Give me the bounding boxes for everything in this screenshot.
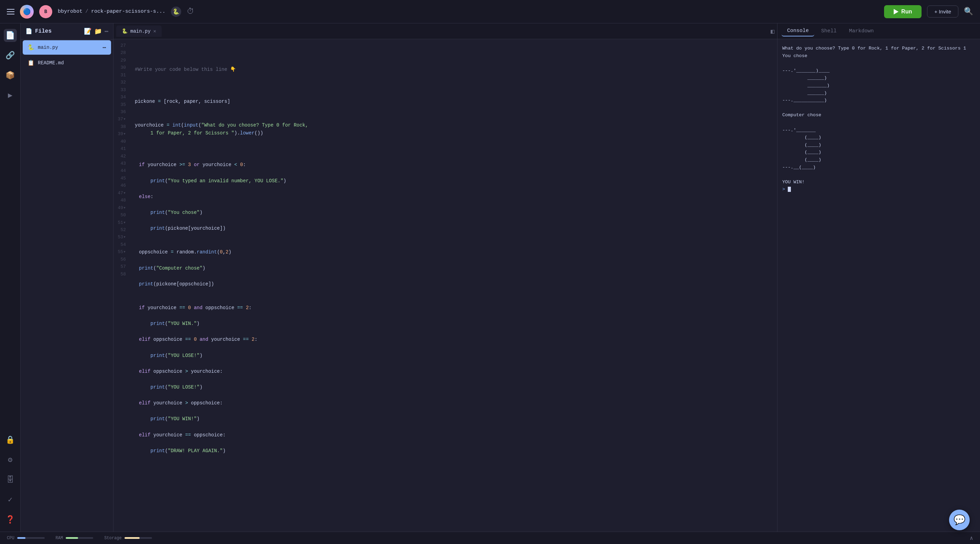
console-cursor (788, 187, 791, 192)
sidebar-item-files[interactable]: 📄 (4, 29, 17, 42)
files-title: Files (35, 28, 52, 34)
line-numbers: 27 28 29 30 31 32 33 34 35 36 37▾ 38 39▾… (113, 39, 130, 531)
new-folder-icon[interactable]: 📁 (94, 27, 102, 35)
file-item-readme[interactable]: 📋 README.md (23, 56, 111, 70)
editor-body[interactable]: 27 28 29 30 31 32 33 34 35 36 37▾ 38 39▾… (113, 39, 777, 531)
files-header-actions: 📝 📁 ⋯ (84, 27, 108, 35)
play-icon (894, 9, 899, 14)
files-icon: 📄 (25, 28, 32, 35)
sidebar-item-packages[interactable]: 📦 (4, 69, 17, 82)
run-button[interactable]: Run (884, 5, 921, 18)
console-panel: Console Shell Markdown What do you choos… (777, 23, 980, 531)
console-prompt: > (782, 187, 788, 192)
console-tabs: Console Shell Markdown (778, 23, 980, 39)
more-options-icon[interactable]: ⋯ (105, 27, 108, 35)
chat-bubble[interactable]: 💬 (949, 510, 970, 530)
files-panel: 📄 Files 📝 📁 ⋯ 🐍 main.py ⋯ 📋 README.md (21, 23, 113, 531)
file-name-readme: README.md (38, 60, 64, 66)
console-body[interactable]: What do you choose? Type 0 for Rock, 1 f… (778, 39, 980, 531)
storage-bar (124, 537, 152, 539)
replit-logo: 🔵 (20, 5, 34, 19)
hamburger-menu[interactable] (7, 9, 14, 14)
ram-bar (66, 537, 93, 539)
chat-icon: 💬 (953, 514, 966, 526)
sidebar-item-tools[interactable]: ▶ (4, 89, 17, 102)
python-badge: 🐍 (171, 6, 181, 17)
ram-label: RAM (56, 536, 63, 541)
file-name-main-py: main.py (38, 45, 58, 50)
search-icon[interactable]: 🔍 (964, 7, 973, 16)
md-file-icon: 📋 (27, 59, 34, 66)
cpu-label: CPU (7, 536, 14, 541)
history-button[interactable]: ⏱ (187, 7, 194, 16)
invite-button[interactable]: + Invite (927, 5, 958, 17)
tab-console[interactable]: Console (781, 26, 814, 37)
run-label: Run (901, 9, 912, 15)
storage-label: Storage (104, 536, 121, 541)
cpu-bar (17, 537, 45, 539)
user-avatar[interactable]: B (39, 5, 52, 18)
code-editor[interactable]: #Write your code below this line 👇 picko… (130, 39, 777, 531)
storage-fill (124, 537, 140, 539)
sidebar-item-help[interactable]: ❓ (4, 513, 17, 526)
files-header: 📄 Files 📝 📁 ⋯ (21, 23, 113, 40)
editor-collapse-icon[interactable]: ◧ (771, 27, 774, 35)
sidebar-item-database[interactable]: 🗄 (4, 473, 17, 486)
file-item-actions[interactable]: ⋯ (102, 44, 106, 51)
invite-label: + Invite (934, 9, 951, 14)
cpu-fill (17, 537, 25, 539)
new-file-icon[interactable]: 📝 (84, 27, 91, 35)
bottom-bar: CPU RAM Storage ∧ (0, 531, 980, 544)
breadcrumb-project[interactable]: rock-paper-scissors-s... (91, 9, 165, 14)
main-layout: 📄 🔗 📦 ▶ 🔒 ⚙ 🗄 ✓ ❓ 📄 Files 📝 📁 ⋯ 🐍 main.p… (0, 23, 980, 531)
ram-resource: RAM (56, 536, 94, 541)
storage-resource: Storage (104, 536, 152, 541)
sidebar-item-git[interactable]: ✓ (4, 493, 17, 506)
tab-close-icon[interactable]: ✕ (153, 28, 156, 34)
tab-markdown[interactable]: Markdown (843, 26, 879, 36)
python-file-icon: 🐍 (27, 44, 34, 51)
editor-tabs: 🐍 main.py ✕ ◧ (113, 23, 777, 39)
tab-shell[interactable]: Shell (816, 26, 842, 36)
tab-file-name: main.py (130, 29, 151, 34)
editor-tab-main-py[interactable]: 🐍 main.py ✕ (116, 25, 162, 37)
icon-sidebar: 📄 🔗 📦 ▶ 🔒 ⚙ 🗄 ✓ ❓ (0, 23, 21, 531)
breadcrumb-user[interactable]: bbyrobot (58, 9, 83, 14)
sidebar-item-share[interactable]: 🔗 (4, 49, 17, 62)
bottom-chevron-icon[interactable]: ∧ (970, 535, 973, 542)
tab-file-icon: 🐍 (122, 28, 127, 34)
cpu-resource: CPU (7, 536, 45, 541)
sidebar-item-settings[interactable]: ⚙ (4, 453, 17, 466)
sidebar-item-secrets[interactable]: 🔒 (4, 433, 17, 446)
file-item-main-py[interactable]: 🐍 main.py ⋯ (23, 40, 111, 55)
ram-fill (66, 537, 78, 539)
top-navbar: 🔵 B bbyrobot / rock-paper-scissors-s... … (0, 0, 980, 23)
editor-panel: 🐍 main.py ✕ ◧ 27 28 29 30 31 32 33 34 35… (113, 23, 777, 531)
breadcrumb: bbyrobot / rock-paper-scissors-s... (58, 9, 165, 14)
breadcrumb-sep: / (85, 9, 88, 14)
